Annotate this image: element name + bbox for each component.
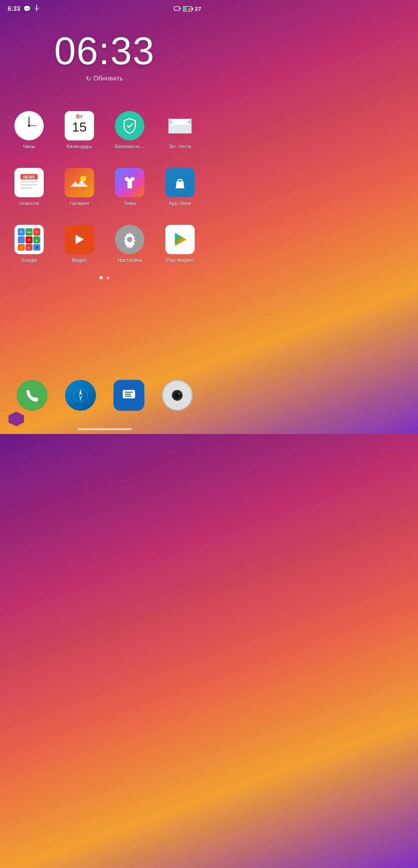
app-email[interactable]: Эл. почта [155, 106, 205, 155]
refresh-icon: ↻ [86, 75, 91, 82]
clock-area: 06:33 ↻ Обновить [0, 16, 209, 90]
google-label: Google [21, 257, 37, 263]
message-icon: 💬 [23, 5, 31, 12]
svg-rect-13 [21, 181, 38, 183]
signal-icon [174, 5, 181, 12]
corner-hex-icon [8, 411, 25, 426]
battery-box: ⚡ 27 [183, 5, 201, 12]
page-dot-active [99, 276, 103, 279]
main-clock: 06:33 [0, 31, 209, 70]
app-security[interactable]: Безопасно… [104, 106, 155, 155]
app-gallery[interactable]: Галерея [54, 162, 104, 212]
page-dot-inactive [106, 276, 110, 279]
clock-update[interactable]: ↻ Обновить [86, 75, 123, 82]
svg-point-31 [178, 393, 180, 395]
calendar-icon: Вт 15 [65, 111, 94, 140]
app-calendar[interactable]: Вт 15 Календарь [54, 106, 104, 155]
security-label: Безопасно… [115, 144, 145, 149]
svg-rect-4 [184, 7, 187, 11]
svg-text:NEWS: NEWS [23, 175, 35, 179]
calendar-label: Календарь [67, 144, 92, 149]
dock-compass[interactable] [65, 380, 96, 411]
dock-messages[interactable] [113, 380, 144, 411]
clock-label: Часы [23, 144, 35, 149]
playmarket-icon [165, 225, 195, 254]
phone-icon [17, 380, 48, 411]
video-icon [65, 225, 94, 254]
video-label: Видео [72, 257, 87, 263]
news-label: Новости [19, 200, 39, 206]
status-left: 6:33 💬 [8, 5, 39, 13]
appstore-icon [165, 168, 195, 197]
battery-percent: 27 [195, 5, 201, 12]
app-video[interactable]: Видео [54, 219, 104, 268]
home-bar[interactable] [77, 428, 132, 430]
app-grid-row3: G ●●● M 📍 ▶ ▲ ▶ ▶ 🎥 Google Видео [0, 212, 209, 268]
settings-icon [115, 225, 144, 254]
playmarket-label: Play Маркет [166, 257, 194, 263]
camera-icon [162, 380, 193, 411]
clock-icon [14, 111, 44, 140]
security-icon [115, 111, 144, 140]
themes-label: Темы [123, 200, 136, 206]
svg-text:⚡: ⚡ [187, 7, 192, 12]
settings-label: Настройки [117, 257, 142, 263]
svg-marker-23 [79, 395, 82, 402]
svg-rect-1 [180, 8, 181, 9]
svg-marker-17 [75, 235, 84, 244]
news-icon: NEWS [14, 168, 44, 197]
app-themes[interactable]: Темы [104, 162, 155, 212]
svg-point-9 [28, 125, 30, 127]
google-icon: G ●●● M 📍 ▶ ▲ ▶ ▶ 🎥 [14, 225, 44, 254]
appstore-label: App Store [169, 200, 191, 206]
gallery-icon [65, 168, 94, 197]
svg-rect-0 [174, 7, 180, 10]
app-playmarket[interactable]: Play Маркет [155, 219, 205, 268]
svg-marker-20 [175, 233, 187, 246]
calendar-day: Вт [65, 111, 94, 120]
email-icon [165, 111, 195, 140]
gallery-label: Галерея [70, 200, 89, 206]
usb-icon [34, 5, 39, 13]
calendar-date: 15 [72, 120, 87, 135]
app-google[interactable]: G ●●● M 📍 ▶ ▲ ▶ ▶ 🎥 Google [4, 219, 54, 268]
app-grid-row1: Часы Вт 15 Календарь Безопасно… [0, 98, 209, 155]
svg-point-19 [127, 237, 132, 242]
status-time: 6:33 [8, 5, 20, 12]
dock [0, 380, 209, 411]
dock-camera[interactable] [162, 380, 193, 411]
app-news[interactable]: NEWS Новости [4, 162, 54, 212]
svg-rect-3 [192, 8, 193, 10]
compass-icon [65, 380, 96, 411]
app-settings[interactable]: Настройки [104, 219, 155, 268]
app-appstore[interactable]: App Store [155, 162, 205, 212]
svg-marker-22 [79, 389, 82, 395]
dock-phone[interactable] [17, 380, 48, 411]
svg-rect-10 [168, 125, 192, 133]
themes-icon [115, 168, 144, 197]
update-label: Обновить [93, 75, 123, 82]
status-right: ⚡ 27 [174, 5, 201, 12]
svg-rect-14 [21, 184, 38, 186]
status-bar: 6:33 💬 ⚡ 27 [0, 0, 209, 16]
app-grid-row2: NEWS Новости Галерея Темы [0, 155, 209, 212]
messages-icon [113, 380, 144, 411]
svg-rect-15 [21, 187, 32, 189]
email-label: Эл. почта [169, 144, 191, 149]
app-clock[interactable]: Часы [4, 106, 54, 155]
page-indicators [0, 276, 209, 279]
